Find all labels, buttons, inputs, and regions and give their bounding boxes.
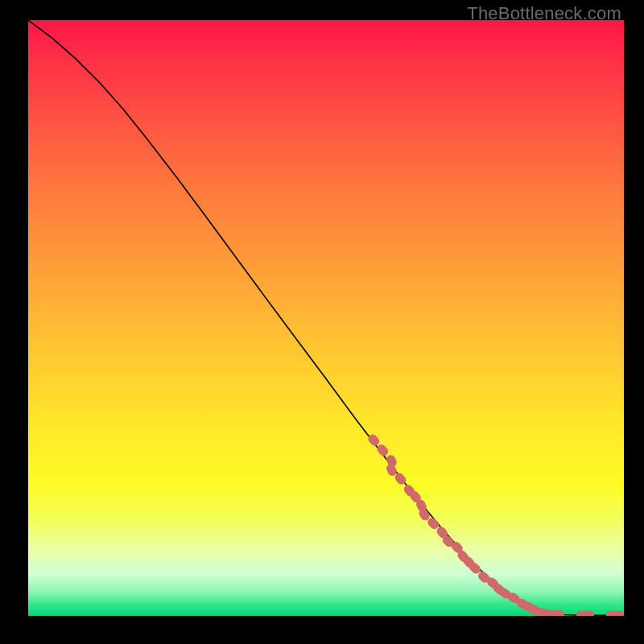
chart-frame: TheBottleneck.com [0,0,644,644]
curve-line [28,20,624,615]
markers-group [366,432,624,616]
chart-overlay [28,20,624,616]
marker-point [375,443,390,458]
